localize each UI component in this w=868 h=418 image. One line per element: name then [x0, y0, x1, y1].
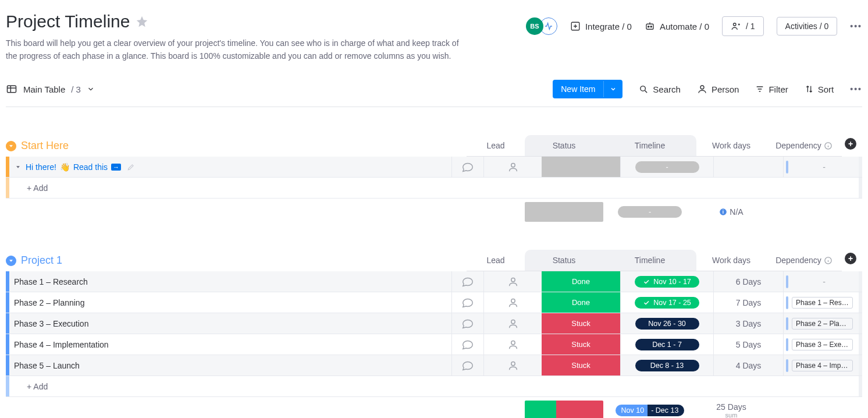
- group-title[interactable]: Project 1: [21, 254, 62, 267]
- status-cell[interactable]: Done: [542, 292, 620, 313]
- svg-point-6: [641, 86, 646, 91]
- dependency-value[interactable]: Phase 3 – Exec…: [792, 339, 853, 350]
- column-header-timeline[interactable]: Timeline: [603, 250, 696, 271]
- person-filter-button[interactable]: Person: [697, 84, 739, 94]
- conversation-button[interactable]: [451, 157, 483, 177]
- timeline-cell[interactable]: Nov 17 - 25: [620, 292, 713, 313]
- timeline-cell[interactable]: Dec 8 - 13: [620, 355, 713, 376]
- lead-cell[interactable]: [483, 313, 542, 334]
- workdays-cell[interactable]: 7 Days: [713, 292, 783, 313]
- status-cell[interactable]: Done: [542, 271, 620, 292]
- timeline-cell[interactable]: Dec 1 - 7: [620, 334, 713, 355]
- search-button[interactable]: Search: [639, 84, 681, 94]
- column-header-workdays[interactable]: Work days: [696, 250, 766, 271]
- board-title[interactable]: Project Timeline: [6, 12, 130, 31]
- dependency-cell[interactable]: Phase 4 – Impl…: [783, 355, 859, 376]
- conversation-button[interactable]: [451, 271, 483, 292]
- sort-icon: [805, 84, 814, 94]
- timeline-cell[interactable]: -: [620, 157, 713, 177]
- conversation-button[interactable]: [451, 313, 483, 334]
- lead-cell[interactable]: [483, 157, 542, 177]
- add-column-button[interactable]: +: [845, 138, 856, 150]
- column-header-lead[interactable]: Lead: [467, 250, 525, 271]
- column-header-dependency[interactable]: Dependency: [766, 135, 842, 157]
- members-button[interactable]: / 1: [722, 16, 764, 36]
- column-header-dependency[interactable]: Dependency: [766, 250, 842, 271]
- workdays-cell[interactable]: [713, 157, 783, 177]
- automate-button[interactable]: Automate / 0: [645, 21, 709, 31]
- workdays-cell[interactable]: 4 Days: [713, 355, 783, 376]
- group-title[interactable]: Start Here: [21, 140, 69, 152]
- filter-button[interactable]: Filter: [755, 84, 788, 94]
- status-cell[interactable]: Stuck: [542, 334, 620, 355]
- timeline-cell[interactable]: Nov 26 - 30: [620, 313, 713, 334]
- conversation-button[interactable]: [451, 355, 483, 376]
- new-item-button[interactable]: New Item: [553, 80, 622, 98]
- new-item-dropdown[interactable]: [603, 81, 622, 97]
- add-item-button[interactable]: + Add: [9, 183, 451, 193]
- activities-label: Activities / 0: [785, 22, 829, 31]
- group-color-bar: [6, 376, 9, 396]
- column-header-timeline[interactable]: Timeline: [603, 135, 696, 157]
- chevron-down-icon: [87, 85, 95, 93]
- svg-point-4: [734, 23, 737, 26]
- more-menu-icon[interactable]: •••: [850, 22, 862, 31]
- dependency-value[interactable]: Phase 4 – Impl…: [792, 360, 853, 371]
- integrate-button[interactable]: Integrate / 0: [570, 21, 632, 31]
- row-end-bar: [859, 271, 862, 292]
- item-name[interactable]: Phase 5 – Launch: [9, 361, 451, 370]
- conversation-button[interactable]: [451, 292, 483, 313]
- timeline-summary: Nov 10 - Dec 13: [610, 402, 691, 418]
- dependency-cell[interactable]: -: [783, 157, 859, 177]
- dependency-cell[interactable]: -: [783, 271, 859, 292]
- status-cell[interactable]: Stuck: [542, 355, 620, 376]
- add-item-button[interactable]: + Add: [9, 382, 451, 391]
- dependency-value[interactable]: Phase 2 – Plan…: [792, 318, 853, 330]
- workdays-cell[interactable]: 6 Days: [713, 271, 783, 292]
- conversation-button[interactable]: [451, 334, 483, 355]
- group-collapse-icon[interactable]: [6, 256, 16, 266]
- column-header-status[interactable]: Status: [525, 135, 603, 157]
- column-header-status[interactable]: Status: [525, 250, 603, 271]
- timeline-cell[interactable]: Nov 10 - 17: [620, 271, 713, 292]
- item-name[interactable]: Phase 2 – Planning: [9, 298, 451, 307]
- column-header-workdays[interactable]: Work days: [696, 135, 766, 157]
- item-name[interactable]: Phase 1 – Research: [9, 277, 451, 286]
- svg-point-9: [511, 163, 514, 167]
- automate-label: Automate / 0: [660, 22, 709, 31]
- item-name[interactable]: Phase 3 – Execution: [9, 319, 451, 328]
- item-name[interactable]: Hi there! 👋 Read this →: [9, 162, 451, 172]
- add-column-button[interactable]: +: [845, 253, 856, 264]
- group-collapse-icon[interactable]: [6, 141, 16, 151]
- dependency-value[interactable]: -: [792, 277, 856, 286]
- workdays-summary: iN/A: [719, 207, 743, 217]
- svg-point-14: [511, 299, 514, 302]
- members-label: / 1: [746, 22, 755, 31]
- star-icon[interactable]: [136, 15, 148, 28]
- board-description: This board will help you get a clear ove…: [6, 37, 465, 62]
- status-cell[interactable]: [542, 157, 620, 177]
- status-cell[interactable]: Stuck: [542, 313, 620, 334]
- dependency-cell[interactable]: Phase 3 – Exec…: [783, 334, 859, 355]
- toolbar-more-icon[interactable]: •••: [850, 84, 862, 94]
- item-name[interactable]: Phase 4 – Implementation: [9, 340, 451, 349]
- view-switcher[interactable]: Main Table / 3: [6, 83, 95, 95]
- dependency-value[interactable]: -: [792, 162, 856, 172]
- dependency-value[interactable]: Phase 1 – Rese…: [792, 297, 853, 309]
- lead-cell[interactable]: [483, 271, 542, 292]
- lead-cell[interactable]: [483, 355, 542, 376]
- expand-caret-icon[interactable]: [14, 164, 22, 170]
- workdays-cell[interactable]: 5 Days: [713, 334, 783, 355]
- activities-button[interactable]: Activities / 0: [777, 17, 838, 36]
- column-header-lead[interactable]: Lead: [467, 135, 525, 157]
- member-avatars[interactable]: BS: [526, 17, 557, 35]
- lead-cell[interactable]: [483, 334, 542, 355]
- edit-icon[interactable]: [127, 163, 135, 171]
- person-icon: [697, 84, 707, 94]
- workdays-cell[interactable]: 3 Days: [713, 313, 783, 334]
- lead-cell[interactable]: [483, 292, 542, 313]
- sort-button[interactable]: Sort: [805, 84, 834, 94]
- status-summary: [525, 401, 603, 418]
- dependency-cell[interactable]: Phase 1 – Rese…: [783, 292, 859, 313]
- dependency-cell[interactable]: Phase 2 – Plan…: [783, 313, 859, 334]
